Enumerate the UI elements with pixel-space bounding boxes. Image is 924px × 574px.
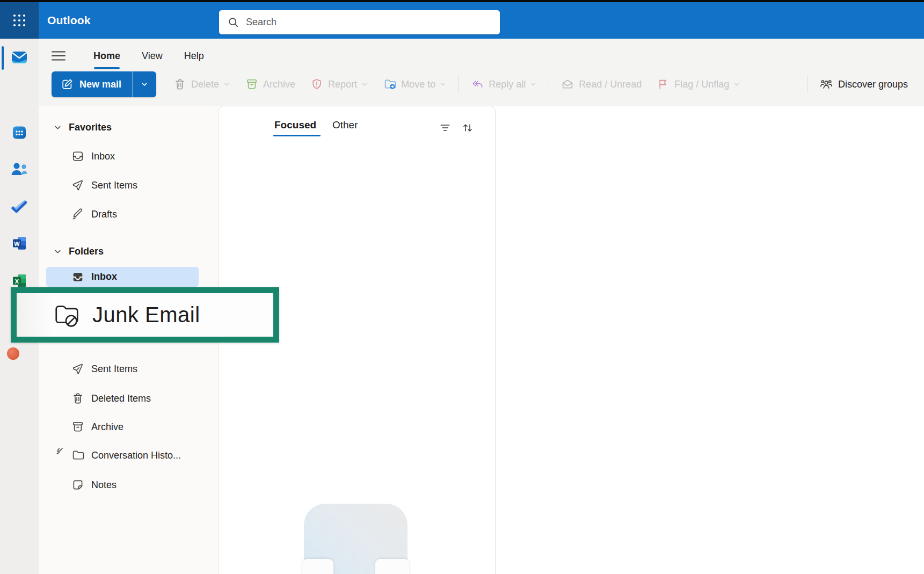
tab-home[interactable]: Home — [92, 46, 121, 66]
chevron-down-icon — [529, 81, 537, 88]
junk-folder-icon — [53, 301, 82, 330]
compose-icon — [61, 78, 74, 91]
rail-calendar-button[interactable] — [0, 118, 39, 148]
rail-word-button[interactable]: W — [0, 228, 39, 258]
sidebar-item-inbox-favorite[interactable]: Inbox — [39, 142, 218, 171]
sidebar-item-notes[interactable]: Notes — [39, 470, 218, 499]
sidebar-item-sent-favorite[interactable]: Sent Items — [39, 171, 218, 200]
report-button[interactable]: Report — [303, 71, 376, 97]
chevron-down-icon — [223, 81, 230, 88]
folders-title: Folders — [69, 246, 104, 257]
mail-read-icon — [561, 78, 574, 91]
sidebar-item-conversation-history[interactable]: Conversation Histo... — [39, 441, 218, 470]
search-icon — [228, 17, 239, 28]
delete-button[interactable]: Delete — [166, 71, 238, 97]
reply-all-label: Reply all — [489, 79, 526, 90]
focused-tab-underline — [273, 135, 321, 136]
discover-groups-button[interactable]: Discover groups — [812, 71, 915, 97]
tray-left-edge — [302, 559, 333, 574]
rail-outlook-mail-button[interactable] — [0, 42, 39, 72]
inbox-filled-icon — [71, 271, 84, 284]
chevron-down-icon — [361, 81, 368, 88]
drafts-icon — [71, 208, 84, 221]
header-bar: Outlook — [0, 2, 924, 39]
sidebar-item-sent-items[interactable]: Sent Items — [39, 354, 218, 383]
reply-all-button[interactable]: Reply all — [463, 71, 544, 97]
new-mail-dropdown-button[interactable] — [132, 71, 156, 97]
filter-icon — [439, 122, 451, 134]
partially-hidden-app-icon[interactable] — [7, 347, 19, 360]
rail-people-button[interactable] — [0, 154, 39, 184]
filter-button[interactable] — [438, 120, 453, 135]
people-group-icon — [819, 77, 833, 91]
rail-todo-button[interactable] — [0, 192, 39, 222]
chevron-down-icon — [733, 81, 740, 88]
move-to-button[interactable]: Move to — [376, 71, 454, 97]
message-list-header: Focused Other — [219, 106, 495, 139]
ribbon-toolbar: New mail Delete Archive — [52, 71, 915, 97]
trash-icon — [173, 78, 186, 91]
sidebar-item-label: Notes — [91, 479, 117, 491]
excel-icon: X — [11, 273, 27, 289]
hamburger-icon — [52, 50, 66, 61]
sort-button[interactable] — [460, 120, 475, 135]
chevron-down-icon — [54, 248, 62, 256]
search-box[interactable] — [219, 10, 500, 34]
app-launcher-button[interactable] — [0, 2, 39, 39]
app-title[interactable]: Outlook — [47, 2, 91, 39]
new-mail-label: New mail — [79, 79, 121, 90]
folders-section-header[interactable]: Folders — [39, 237, 218, 266]
discover-groups-label: Discover groups — [838, 79, 908, 90]
report-shield-icon — [310, 78, 323, 91]
tray-right-edge — [375, 559, 409, 574]
sort-arrows-icon — [462, 122, 474, 134]
sidebar-item-label: Deleted Items — [91, 393, 151, 404]
read-unread-button[interactable]: Read / Unread — [554, 71, 649, 97]
search-input[interactable] — [246, 10, 500, 34]
archive-label: Archive — [263, 79, 295, 90]
tab-help[interactable]: Help — [183, 46, 205, 66]
svg-text:X: X — [15, 278, 19, 285]
outlook-app-window: Outlook Home View Help — [0, 0, 924, 574]
tab-home-label: Home — [93, 50, 120, 61]
sidebar-item-label: Drafts — [91, 209, 117, 220]
junk-email-highlight-box[interactable]: Junk Email — [11, 287, 279, 343]
folder-icon — [71, 449, 84, 462]
new-mail-button[interactable]: New mail — [52, 71, 132, 97]
move-to-label: Move to — [401, 79, 435, 90]
tab-view[interactable]: View — [141, 46, 164, 66]
sidebar-item-inbox-selected[interactable]: Inbox — [46, 267, 199, 287]
toolbar-separator — [807, 76, 807, 92]
ribbon-tab-row: Home View Help — [52, 44, 205, 68]
favorites-section-header[interactable]: Favorites — [39, 113, 218, 142]
tab-other[interactable]: Other — [332, 119, 358, 131]
empty-mailbox-illustration — [304, 504, 408, 574]
sidebar-item-archive[interactable]: Archive — [39, 412, 218, 441]
send-icon — [71, 362, 84, 375]
new-mail-split-button: New mail — [52, 71, 156, 97]
sidebar-item-deleted-items[interactable]: Deleted Items — [39, 384, 218, 413]
todo-icon — [10, 199, 28, 214]
waffle-icon — [12, 13, 27, 28]
move-to-folder-icon — [383, 78, 396, 91]
active-tab-underline — [94, 67, 120, 69]
tab-help-label: Help — [184, 50, 204, 61]
flag-unflag-label: Flag / Unflag — [674, 79, 729, 90]
toolbar-separator — [459, 76, 459, 92]
sidebar-item-label: Sent Items — [91, 180, 137, 191]
archive-button[interactable]: Archive — [238, 71, 303, 97]
archive-icon — [245, 78, 258, 91]
favorites-title: Favorites — [69, 122, 112, 133]
sidebar-item-drafts-favorite[interactable]: Drafts — [39, 200, 218, 229]
chevron-down-icon — [439, 81, 447, 88]
tab-focused[interactable]: Focused — [274, 119, 316, 131]
people-icon — [10, 161, 28, 177]
sidebar-item-label: Sent Items — [91, 364, 137, 375]
report-label: Report — [328, 79, 357, 90]
sidebar-item-label: Conversation Histo... — [91, 450, 181, 461]
reply-all-icon — [471, 78, 484, 91]
flag-unflag-button[interactable]: Flag / Unflag — [649, 71, 748, 97]
ribbon: Home View Help New mail — [0, 39, 924, 106]
hamburger-menu-button[interactable] — [52, 46, 73, 66]
send-icon — [71, 179, 84, 192]
